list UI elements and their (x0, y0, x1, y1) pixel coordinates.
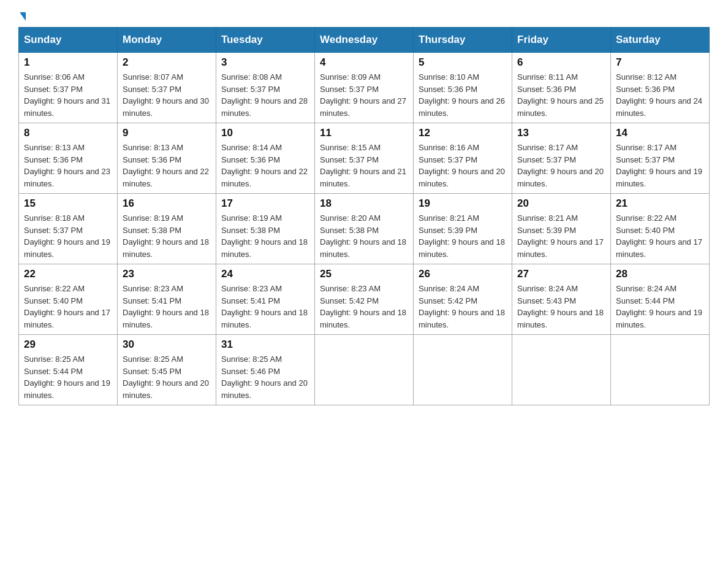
day-number: 19 (419, 197, 507, 210)
weekday-header-sunday: Sunday (19, 28, 118, 53)
calendar-week-2: 8 Sunrise: 8:13 AMSunset: 5:36 PMDayligh… (19, 123, 710, 194)
day-number: 21 (616, 197, 704, 210)
day-number: 28 (616, 268, 704, 280)
calendar-cell: 2 Sunrise: 8:07 AMSunset: 5:37 PMDayligh… (118, 53, 216, 123)
calendar-cell: 29 Sunrise: 8:25 AMSunset: 5:44 PMDaylig… (19, 335, 118, 405)
day-number: 6 (517, 56, 605, 69)
day-info: Sunrise: 8:22 AMSunset: 5:40 PMDaylight:… (616, 213, 702, 259)
calendar-cell: 28 Sunrise: 8:24 AMSunset: 5:44 PMDaylig… (611, 264, 710, 335)
day-info: Sunrise: 8:17 AMSunset: 5:37 PMDaylight:… (616, 143, 702, 188)
weekday-header-saturday: Saturday (611, 28, 710, 53)
day-number: 7 (616, 56, 704, 69)
weekday-header-thursday: Thursday (414, 28, 512, 53)
logo (18, 12, 26, 21)
day-number: 5 (419, 56, 507, 69)
calendar-cell: 13 Sunrise: 8:17 AMSunset: 5:37 PMDaylig… (512, 123, 611, 194)
day-info: Sunrise: 8:22 AMSunset: 5:40 PMDaylight:… (24, 284, 110, 329)
calendar-cell (315, 335, 414, 405)
day-number: 14 (616, 127, 704, 139)
day-number: 27 (517, 268, 605, 280)
day-info: Sunrise: 8:25 AMSunset: 5:45 PMDaylight:… (123, 354, 209, 400)
calendar-cell: 22 Sunrise: 8:22 AMSunset: 5:40 PMDaylig… (19, 264, 118, 335)
calendar-cell: 30 Sunrise: 8:25 AMSunset: 5:45 PMDaylig… (118, 335, 216, 405)
calendar-cell: 14 Sunrise: 8:17 AMSunset: 5:37 PMDaylig… (611, 123, 710, 194)
day-info: Sunrise: 8:24 AMSunset: 5:43 PMDaylight:… (517, 284, 604, 329)
day-info: Sunrise: 8:09 AMSunset: 5:37 PMDaylight:… (320, 72, 406, 118)
day-info: Sunrise: 8:25 AMSunset: 5:44 PMDaylight:… (24, 354, 110, 400)
day-number: 16 (123, 197, 211, 210)
calendar-cell: 8 Sunrise: 8:13 AMSunset: 5:36 PMDayligh… (19, 123, 118, 194)
day-info: Sunrise: 8:24 AMSunset: 5:42 PMDaylight:… (419, 284, 505, 329)
calendar-cell: 15 Sunrise: 8:18 AMSunset: 5:37 PMDaylig… (19, 194, 118, 264)
day-info: Sunrise: 8:14 AMSunset: 5:36 PMDaylight:… (221, 143, 308, 188)
day-number: 17 (221, 197, 309, 210)
calendar-table: SundayMondayTuesdayWednesdayThursdayFrid… (18, 27, 710, 405)
day-info: Sunrise: 8:23 AMSunset: 5:42 PMDaylight:… (320, 284, 406, 329)
logo-triangle-icon (20, 12, 26, 21)
day-number: 15 (24, 197, 112, 210)
weekday-header-tuesday: Tuesday (216, 28, 315, 53)
day-info: Sunrise: 8:24 AMSunset: 5:44 PMDaylight:… (616, 284, 702, 329)
day-number: 22 (24, 268, 112, 280)
day-number: 24 (221, 268, 309, 280)
calendar-cell: 4 Sunrise: 8:09 AMSunset: 5:37 PMDayligh… (315, 53, 414, 123)
day-info: Sunrise: 8:13 AMSunset: 5:36 PMDaylight:… (123, 143, 209, 188)
calendar-body: 1 Sunrise: 8:06 AMSunset: 5:37 PMDayligh… (19, 53, 710, 405)
day-info: Sunrise: 8:13 AMSunset: 5:36 PMDaylight:… (24, 143, 110, 188)
calendar-cell: 9 Sunrise: 8:13 AMSunset: 5:36 PMDayligh… (118, 123, 216, 194)
day-info: Sunrise: 8:23 AMSunset: 5:41 PMDaylight:… (221, 284, 308, 329)
calendar-cell: 26 Sunrise: 8:24 AMSunset: 5:42 PMDaylig… (414, 264, 512, 335)
day-info: Sunrise: 8:19 AMSunset: 5:38 PMDaylight:… (221, 213, 308, 259)
day-number: 25 (320, 268, 408, 280)
calendar-week-4: 22 Sunrise: 8:22 AMSunset: 5:40 PMDaylig… (19, 264, 710, 335)
calendar-cell: 5 Sunrise: 8:10 AMSunset: 5:36 PMDayligh… (414, 53, 512, 123)
calendar-header: SundayMondayTuesdayWednesdayThursdayFrid… (19, 28, 710, 53)
calendar-cell (414, 335, 512, 405)
day-info: Sunrise: 8:25 AMSunset: 5:46 PMDaylight:… (221, 354, 308, 400)
day-number: 31 (221, 339, 309, 351)
calendar-cell: 31 Sunrise: 8:25 AMSunset: 5:46 PMDaylig… (216, 335, 315, 405)
weekday-header-monday: Monday (118, 28, 216, 53)
calendar-cell: 24 Sunrise: 8:23 AMSunset: 5:41 PMDaylig… (216, 264, 315, 335)
day-info: Sunrise: 8:23 AMSunset: 5:41 PMDaylight:… (123, 284, 209, 329)
day-number: 12 (419, 127, 507, 139)
day-info: Sunrise: 8:19 AMSunset: 5:38 PMDaylight:… (123, 213, 209, 259)
day-number: 2 (123, 56, 211, 69)
weekday-header-wednesday: Wednesday (315, 28, 414, 53)
day-number: 4 (320, 56, 408, 69)
day-number: 30 (123, 339, 211, 351)
page-header (18, 12, 710, 21)
calendar-cell: 20 Sunrise: 8:21 AMSunset: 5:39 PMDaylig… (512, 194, 611, 264)
day-info: Sunrise: 8:17 AMSunset: 5:37 PMDaylight:… (517, 143, 604, 188)
day-number: 10 (221, 127, 309, 139)
calendar-cell (512, 335, 611, 405)
day-info: Sunrise: 8:10 AMSunset: 5:36 PMDaylight:… (419, 72, 505, 118)
calendar-week-5: 29 Sunrise: 8:25 AMSunset: 5:44 PMDaylig… (19, 335, 710, 405)
calendar-cell: 19 Sunrise: 8:21 AMSunset: 5:39 PMDaylig… (414, 194, 512, 264)
day-info: Sunrise: 8:12 AMSunset: 5:36 PMDaylight:… (616, 72, 702, 118)
calendar-week-1: 1 Sunrise: 8:06 AMSunset: 5:37 PMDayligh… (19, 53, 710, 123)
day-number: 8 (24, 127, 112, 139)
calendar-cell: 16 Sunrise: 8:19 AMSunset: 5:38 PMDaylig… (118, 194, 216, 264)
calendar-cell: 25 Sunrise: 8:23 AMSunset: 5:42 PMDaylig… (315, 264, 414, 335)
day-info: Sunrise: 8:21 AMSunset: 5:39 PMDaylight:… (419, 213, 505, 259)
calendar-cell: 18 Sunrise: 8:20 AMSunset: 5:38 PMDaylig… (315, 194, 414, 264)
day-number: 20 (517, 197, 605, 210)
day-info: Sunrise: 8:07 AMSunset: 5:37 PMDaylight:… (123, 72, 209, 118)
calendar-cell: 17 Sunrise: 8:19 AMSunset: 5:38 PMDaylig… (216, 194, 315, 264)
weekday-header-row: SundayMondayTuesdayWednesdayThursdayFrid… (19, 28, 710, 53)
day-number: 18 (320, 197, 408, 210)
calendar-cell: 12 Sunrise: 8:16 AMSunset: 5:37 PMDaylig… (414, 123, 512, 194)
weekday-header-friday: Friday (512, 28, 611, 53)
day-info: Sunrise: 8:21 AMSunset: 5:39 PMDaylight:… (517, 213, 604, 259)
calendar-cell: 27 Sunrise: 8:24 AMSunset: 5:43 PMDaylig… (512, 264, 611, 335)
calendar-cell (611, 335, 710, 405)
day-info: Sunrise: 8:18 AMSunset: 5:37 PMDaylight:… (24, 213, 110, 259)
day-number: 1 (24, 56, 112, 69)
day-info: Sunrise: 8:20 AMSunset: 5:38 PMDaylight:… (320, 213, 406, 259)
day-info: Sunrise: 8:16 AMSunset: 5:37 PMDaylight:… (419, 143, 505, 188)
day-info: Sunrise: 8:15 AMSunset: 5:37 PMDaylight:… (320, 143, 406, 188)
day-number: 11 (320, 127, 408, 139)
calendar-cell: 23 Sunrise: 8:23 AMSunset: 5:41 PMDaylig… (118, 264, 216, 335)
calendar-cell: 3 Sunrise: 8:08 AMSunset: 5:37 PMDayligh… (216, 53, 315, 123)
